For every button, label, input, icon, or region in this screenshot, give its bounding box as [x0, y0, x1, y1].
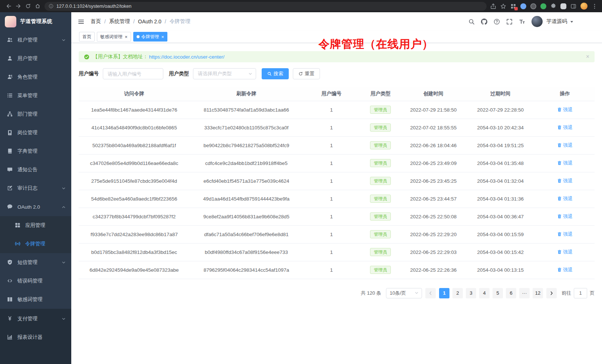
sidebar-item[interactable]: 审计日志 [0, 179, 71, 198]
doc-link[interactable]: https://doc.iocoder.cn/user-center/ [149, 54, 225, 60]
user-id-cell: 1 [303, 225, 360, 243]
chevron-down-icon [62, 186, 66, 191]
force-logout-button[interactable]: 强退 [557, 178, 573, 184]
browser-reload-button[interactable] [23, 1, 33, 11]
force-logout-button[interactable]: 强退 [557, 267, 573, 273]
bookmark-star-icon[interactable] [500, 3, 506, 9]
sidebar-item[interactable]: 部门管理 [0, 105, 71, 123]
hamburger-icon[interactable] [78, 19, 84, 25]
site-info-icon[interactable] [49, 4, 53, 9]
search-icon[interactable] [468, 19, 475, 25]
prev-page-button[interactable] [425, 288, 436, 298]
created-time-cell: 2022-06-25 22:29:03 [401, 243, 466, 261]
help-icon[interactable] [494, 19, 500, 25]
action-cell: 强退 [535, 190, 595, 208]
page-size-select[interactable]: 10条/页 [386, 288, 422, 298]
force-logout-button[interactable]: 强退 [557, 142, 573, 149]
goto-page-input[interactable] [574, 288, 587, 298]
sidebar-item[interactable]: 菜单管理 [0, 86, 71, 105]
extension-grid-icon[interactable] [510, 3, 516, 9]
share-icon[interactable] [490, 3, 496, 9]
github-icon[interactable] [481, 19, 487, 25]
user-avatar[interactable] [531, 16, 543, 27]
created-time-cell: 2022-06-25 22:26:36 [401, 261, 466, 279]
sidebar-item[interactable]: 令牌管理 [0, 235, 71, 253]
user-type-cell: 管理员 [360, 136, 401, 154]
force-logout-button[interactable]: 强退 [557, 106, 573, 113]
table-row: 502375b8040a469a9b82188afdf6af1fbe90422b… [79, 136, 595, 154]
browser-menu-icon[interactable] [592, 3, 598, 9]
sidebar: 芋道管理系统 租户管理用户管理角色管理菜单管理部门管理岗位管理字典管理通知公告审… [0, 12, 71, 364]
table-row: 1ea5e44f8bc1467aaede43144f31de76811c5304… [79, 101, 595, 119]
browser-back-button[interactable] [4, 1, 13, 11]
page-button[interactable]: 1 [439, 288, 449, 298]
sidebar-item[interactable]: 租户管理 [0, 31, 71, 49]
page-button[interactable]: 2 [452, 288, 463, 298]
sidebar-item[interactable]: 支付管理 [0, 310, 71, 328]
close-icon[interactable]: × [125, 34, 128, 39]
address-bar[interactable]: 127.0.0.1:1024/system/oauth2/token [45, 2, 487, 11]
sidebar-item[interactable]: 错误码管理 [0, 272, 71, 290]
total-count: 共 120 条 [361, 290, 381, 297]
force-logout-button[interactable]: 强退 [557, 249, 573, 255]
caret-down-icon[interactable] [570, 20, 574, 24]
sidebar-item[interactable]: OAuth 2.0 [0, 198, 71, 216]
app-logo-bar[interactable]: 芋道管理系统 [0, 12, 71, 31]
breadcrumb-item[interactable]: 系统管理 [109, 18, 130, 25]
extensions-puzzle-icon[interactable] [550, 3, 556, 9]
more-pages-button[interactable]: ··· [519, 288, 530, 298]
browser-profile-avatar[interactable] [580, 3, 588, 10]
browser-forward-button[interactable] [13, 1, 23, 11]
page-button[interactable]: 12 [533, 288, 543, 298]
breadcrumb-item[interactable]: OAuth 2.0 [138, 19, 161, 24]
tab-item[interactable]: 令牌管理× [133, 32, 168, 42]
close-icon[interactable]: × [161, 34, 164, 39]
page-button[interactable]: 3 [466, 288, 476, 298]
app-header: 首页/系统管理/OAuth 2.0/令牌管理 芋道源码 [71, 12, 602, 31]
user-id-input[interactable] [103, 68, 163, 79]
page-button[interactable]: 5 [493, 288, 503, 298]
sidebar-item[interactable]: 角色管理 [0, 68, 71, 86]
token-table-head-row: 访问令牌刷新令牌用户编号用户类型创建时间过期时间操作 [79, 87, 595, 101]
sidebar-item[interactable]: 短信管理 [0, 253, 71, 272]
breadcrumb-item[interactable]: 首页 [91, 18, 101, 25]
success-check-icon [84, 54, 89, 60]
sidebar-item[interactable]: 岗位管理 [0, 123, 71, 142]
browser-home-button[interactable] [33, 1, 42, 11]
fullscreen-icon[interactable] [506, 19, 513, 25]
tab-item[interactable]: 首页 [79, 32, 95, 42]
search-button[interactable]: 搜索 [262, 68, 289, 79]
extension-icon[interactable] [540, 3, 546, 9]
created-time-cell: 2022-06-25 23:45:25 [401, 172, 466, 190]
force-logout-button[interactable]: 强退 [557, 195, 573, 202]
force-logout-button[interactable]: 强退 [557, 231, 573, 238]
force-logout-button[interactable]: 强退 [557, 124, 573, 131]
access-token-cell: b0d1785bc3a8482f812db4a3f3bd15ec [79, 243, 190, 261]
page-button[interactable]: 4 [479, 288, 490, 298]
sidebar-item[interactable]: 敏感词管理 [0, 290, 71, 309]
extension-icon[interactable] [530, 3, 536, 9]
tab-item[interactable]: 敏感词管理× [97, 32, 131, 42]
sidebar-item[interactable]: 字典管理 [0, 142, 71, 161]
force-logout-button[interactable]: 强退 [557, 213, 573, 220]
reset-button[interactable]: 重置 [293, 68, 320, 79]
user-type-select[interactable]: 请选择用户类型 [193, 68, 256, 79]
force-logout-button[interactable]: 强退 [557, 160, 573, 166]
sidebar-item[interactable]: 应用管理 [0, 216, 71, 235]
extension-icon[interactable] [560, 3, 566, 9]
notice-icon [7, 167, 13, 173]
next-page-button[interactable] [546, 288, 557, 298]
sidebar-item[interactable]: 用户管理 [0, 49, 71, 68]
sidebar-menu-bottom: 支付管理报表设计器 [0, 309, 71, 364]
user-type-cell: 管理员 [360, 225, 401, 243]
table-row: 41c41346a548490f9dc8b01c6bfe0865333ecfc7… [79, 119, 595, 136]
page-button[interactable]: 6 [506, 288, 516, 298]
refresh-token-cell: 9ce8ef2aa9f14056b831ae9b608e28d5 [190, 208, 303, 225]
alert-close-icon[interactable]: × [586, 54, 589, 60]
sidebar-item[interactable]: 通知公告 [0, 161, 71, 179]
font-size-icon[interactable] [519, 19, 525, 25]
sidebar-item[interactable]: 报表设计器 [0, 328, 71, 347]
extension-icon[interactable] [520, 3, 526, 9]
username[interactable]: 芋道源码 [546, 18, 567, 25]
side-panel-icon[interactable] [570, 3, 576, 9]
